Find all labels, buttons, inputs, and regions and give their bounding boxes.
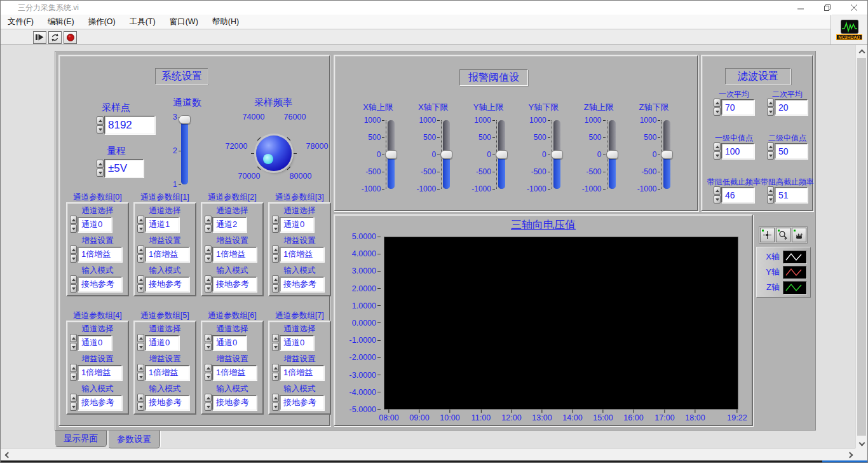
gain-field[interactable]: 1倍增益 — [280, 247, 324, 262]
threshold-slider[interactable]: Y轴上限 10005000-500-1000 — [462, 102, 515, 194]
increment-icon[interactable] — [714, 186, 721, 195]
decrement-icon[interactable] — [205, 284, 212, 293]
filter-field-value[interactable]: 100 — [721, 143, 754, 159]
channel-select-field[interactable]: 通道2 — [212, 217, 247, 232]
channel-count-thumb[interactable] — [179, 115, 191, 124]
decrement-icon[interactable] — [714, 151, 721, 160]
enum-spinner[interactable] — [137, 216, 144, 233]
channel-select-control[interactable]: 通道0 — [205, 334, 261, 351]
sample-rate-dial[interactable]: 700007200074000760007800080000 — [225, 107, 327, 190]
channel-select-field[interactable]: 通道0 — [280, 335, 314, 350]
channel-select-control[interactable]: 通道2 — [205, 216, 261, 233]
enum-spinner[interactable] — [205, 394, 212, 411]
decrement-icon[interactable] — [97, 125, 104, 134]
input-mode-field[interactable]: 接地参考 — [145, 277, 189, 292]
increment-icon[interactable] — [767, 99, 774, 107]
increment-icon[interactable] — [205, 364, 212, 372]
input-mode-control[interactable]: 接地参考 — [70, 394, 126, 411]
input-mode-field[interactable]: 接地参考 — [145, 395, 189, 410]
decrement-icon[interactable] — [70, 254, 77, 263]
pan-tool-button[interactable] — [792, 228, 806, 242]
slider-thumb[interactable] — [385, 150, 397, 159]
tab[interactable]: 显示界面 — [55, 431, 107, 447]
gain-field[interactable]: 1倍增益 — [145, 365, 189, 380]
enum-spinner[interactable] — [272, 364, 279, 381]
increment-icon[interactable] — [272, 245, 279, 254]
numeric-spinner[interactable] — [714, 186, 721, 204]
channel-count-slider[interactable]: 321 — [173, 113, 188, 188]
increment-icon[interactable] — [137, 275, 144, 284]
menu-item[interactable]: 工具(T) — [123, 15, 163, 29]
numeric-spinner[interactable] — [714, 99, 721, 116]
enum-spinner[interactable] — [272, 334, 279, 351]
increment-icon[interactable] — [714, 99, 721, 107]
increment-icon[interactable] — [70, 216, 77, 224]
channel-select-field[interactable]: 通道0 — [145, 335, 179, 350]
filter-field-value[interactable]: 50 — [775, 143, 808, 159]
enum-spinner[interactable] — [272, 245, 279, 263]
slider-track[interactable] — [609, 120, 616, 189]
increment-icon[interactable] — [272, 216, 279, 224]
run-continuously-button[interactable] — [48, 31, 62, 44]
slider-track[interactable] — [388, 120, 395, 189]
increment-icon[interactable] — [97, 116, 104, 125]
sample-points-control[interactable]: 8192 — [97, 116, 155, 134]
chart-plot-area[interactable] — [384, 237, 738, 410]
gain-control[interactable]: 1倍增益 — [137, 364, 194, 381]
gain-field[interactable]: 1倍增益 — [78, 365, 122, 380]
slider-track[interactable] — [443, 120, 450, 189]
filter-field-value[interactable]: 46 — [721, 187, 754, 203]
decrement-icon[interactable] — [767, 195, 774, 204]
input-mode-field[interactable]: 接地参考 — [280, 277, 324, 292]
channel-select-control[interactable]: 通道0 — [70, 334, 126, 351]
menu-item[interactable]: 操作(O) — [81, 15, 123, 29]
close-button[interactable] — [841, 1, 867, 15]
increment-icon[interactable] — [137, 216, 144, 224]
input-mode-field[interactable]: 接地参考 — [280, 395, 324, 410]
gain-control[interactable]: 1倍增益 — [137, 245, 194, 263]
input-mode-control[interactable]: 接地参考 — [70, 275, 126, 293]
numeric-spinner[interactable] — [767, 142, 774, 160]
increment-icon[interactable] — [137, 334, 144, 342]
input-mode-control[interactable]: 接地参考 — [272, 275, 329, 293]
vertical-scrollbar[interactable] — [855, 45, 867, 450]
enum-spinner[interactable] — [137, 334, 144, 351]
gain-field[interactable]: 1倍增益 — [212, 247, 257, 262]
vi-icon[interactable] — [841, 20, 858, 34]
run-button[interactable] — [33, 31, 46, 44]
decrement-icon[interactable] — [205, 225, 212, 233]
abort-button[interactable] — [64, 31, 77, 44]
minimize-button[interactable] — [787, 1, 814, 15]
channel-select-control[interactable]: 通道0 — [272, 334, 329, 351]
increment-icon[interactable] — [714, 142, 721, 151]
decrement-icon[interactable] — [137, 343, 144, 351]
increment-icon[interactable] — [137, 364, 144, 372]
slider-track[interactable] — [663, 120, 670, 189]
increment-icon[interactable] — [97, 160, 104, 168]
decrement-icon[interactable] — [70, 343, 77, 351]
decrement-icon[interactable] — [137, 403, 144, 411]
slider-track[interactable] — [498, 120, 505, 189]
decrement-icon[interactable] — [272, 225, 279, 233]
gain-field[interactable]: 1倍增益 — [78, 247, 122, 262]
decrement-icon[interactable] — [272, 403, 279, 411]
increment-icon[interactable] — [70, 394, 77, 402]
decrement-icon[interactable] — [137, 284, 144, 293]
scroll-right-button[interactable] — [845, 450, 856, 460]
enum-spinner[interactable] — [137, 275, 144, 293]
sample-points-spinner[interactable] — [97, 116, 104, 134]
input-mode-field[interactable]: 接地参考 — [78, 277, 122, 292]
threshold-slider[interactable]: Y轴下限 10005000-500-1000 — [517, 102, 570, 194]
decrement-icon[interactable] — [205, 403, 212, 411]
decrement-icon[interactable] — [70, 284, 77, 293]
slider-track[interactable] — [553, 120, 560, 189]
enum-spinner[interactable] — [137, 394, 144, 411]
dial-knob[interactable] — [256, 135, 292, 171]
enum-spinner[interactable] — [205, 364, 212, 381]
gain-control[interactable]: 1倍增益 — [272, 245, 329, 263]
threshold-slider[interactable]: Z轴上限 10005000-500-1000 — [572, 102, 625, 194]
slider-thumb[interactable] — [661, 150, 673, 159]
gain-field[interactable]: 1倍增益 — [280, 365, 324, 380]
decrement-icon[interactable] — [205, 254, 212, 263]
channel-count-track[interactable] — [181, 117, 188, 184]
